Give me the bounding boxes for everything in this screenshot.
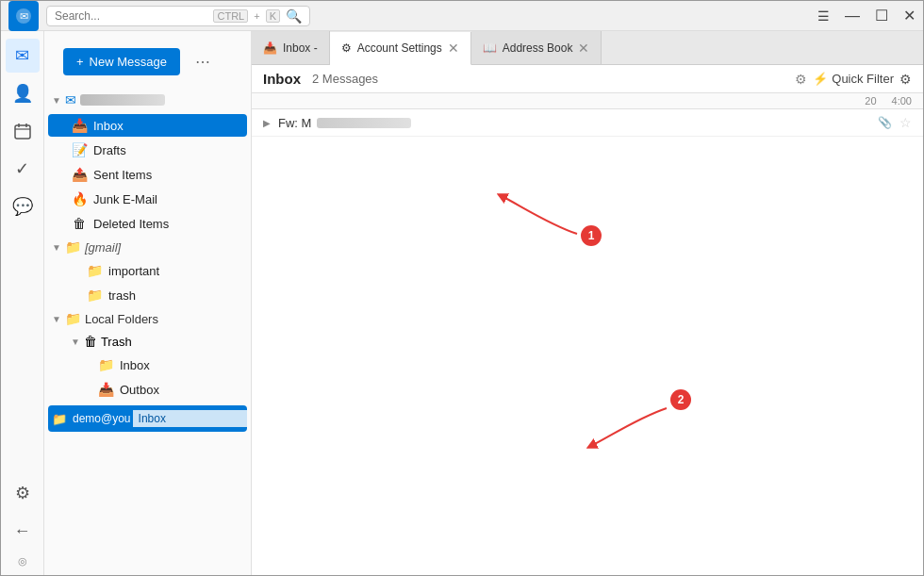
folder-item-inbox[interactable]: 📥 Inbox	[48, 114, 247, 137]
important-folder-icon: 📁	[86, 263, 103, 278]
sent-folder-icon: 📤	[71, 167, 88, 182]
tasks-nav-icon[interactable]: ✓	[6, 152, 40, 186]
tab-account-settings[interactable]: ⚙ Account Settings ✕	[330, 32, 471, 65]
local-collapse-arrow: ▼	[52, 314, 61, 324]
tab-bar: 📥 Inbox - ⚙ Account Settings ✕ 📖 Address…	[252, 31, 923, 65]
folder-item-local-outbox[interactable]: 📥 Outbox	[48, 378, 247, 401]
annotation-badge-2: 2	[670, 389, 691, 410]
message-content: Fw: M	[278, 116, 870, 130]
chat-nav-icon[interactable]: 💬	[6, 189, 40, 223]
quick-filter-label: Quick Filter	[832, 72, 894, 86]
window-controls: ☰ — ☐ ✕	[817, 7, 916, 25]
gmail-trash-folder-label: trash	[108, 288, 136, 303]
local-folders-row[interactable]: ▼ 📁 Local Folders	[44, 307, 251, 330]
folder-item-junk[interactable]: 🔥 Junk E-Mail	[48, 188, 247, 210]
search-magnifier-icon: 🔍	[286, 8, 302, 24]
local-trash-label: Trash	[101, 335, 132, 349]
local-trash-collapse-arrow: ▼	[71, 337, 80, 347]
folder-item-drafts[interactable]: 📝 Drafts	[48, 139, 247, 161]
inbox-header-title: Inbox	[263, 71, 301, 87]
column-header: 20 4:00	[252, 93, 923, 109]
minimize-button[interactable]: —	[845, 8, 860, 25]
folder-item-sent[interactable]: 📤 Sent Items	[48, 163, 247, 186]
column-settings-icon[interactable]: ⚙	[899, 72, 912, 87]
tab-account-settings-icon: ⚙	[341, 41, 352, 55]
tab-inbox-icon: 📥	[263, 41, 277, 55]
radio-indicator: ◎	[18, 555, 27, 568]
back-nav-icon[interactable]: ←	[6, 514, 40, 548]
annotation-badge-1: 1	[581, 225, 602, 246]
local-folders-icon: 📁	[65, 311, 81, 326]
local-outbox-label: Outbox	[120, 383, 159, 397]
annotation-arrow-2: 2	[582, 389, 695, 458]
local-inbox-label: Inbox	[120, 358, 150, 372]
folder-sidebar: + New Message ⋯ ▼ ✉ 📥 Inbox 📝 Drafts 📤 S…	[44, 31, 252, 575]
maximize-button[interactable]: ☐	[875, 7, 888, 25]
svg-rect-2	[15, 125, 30, 139]
table-row[interactable]: ▶ Fw: M 📎 ☆	[252, 109, 923, 137]
search-plus: +	[254, 10, 259, 22]
titlebar-left: ✉ CTRL + K 🔍	[8, 1, 310, 31]
icon-rail-bottom: ⚙ ← ◎	[6, 476, 40, 568]
quick-filter-button[interactable]: ⚡ Quick Filter	[813, 72, 894, 86]
titlebar: ✉ CTRL + K 🔍 ☰ — ☐ ✕	[1, 1, 923, 31]
message-sender-blur	[317, 118, 411, 128]
new-message-button[interactable]: + New Message	[63, 48, 180, 75]
calendar-nav-icon[interactable]	[6, 114, 40, 148]
tab-address-book-label: Address Book	[503, 41, 573, 55]
search-input[interactable]	[55, 9, 207, 23]
tab-inbox[interactable]: 📥 Inbox -	[252, 31, 330, 64]
account-email-icon: ✉	[65, 92, 76, 107]
app-body: ✉ 👤 ✓ 💬 ⚙ ← ◎ + New Message ⋯	[1, 31, 923, 575]
message-count-label: 2 Messages	[312, 72, 378, 86]
content-area: Inbox 2 Messages ⚙ ⚡ Quick Filter ⚙ 20 4…	[252, 65, 923, 575]
mail-nav-icon[interactable]: ✉	[6, 39, 40, 73]
drafts-folder-icon: 📝	[71, 142, 88, 157]
tab-account-settings-close[interactable]: ✕	[448, 41, 459, 56]
svg-text:✉: ✉	[20, 10, 28, 22]
time-col-header: 4:00	[892, 95, 912, 107]
settings-nav-icon[interactable]: ⚙	[6, 476, 40, 510]
deleted-folder-icon: 🗑	[71, 216, 88, 231]
new-message-row: + New Message ⋯	[44, 31, 251, 87]
more-options-button[interactable]: ⋯	[195, 53, 210, 71]
drag-row-account-label: demo@you	[71, 412, 133, 425]
tab-account-settings-label: Account Settings	[357, 41, 442, 55]
hamburger-icon[interactable]: ☰	[817, 8, 830, 24]
gmail-collapse-arrow: ▼	[52, 242, 61, 253]
star-icon[interactable]: ☆	[899, 115, 912, 130]
local-outbox-icon: 📥	[97, 382, 114, 397]
folder-item-local-inbox[interactable]: 📁 Inbox	[48, 354, 247, 376]
close-button[interactable]: ✕	[903, 7, 916, 25]
tab-address-book-icon: 📖	[483, 41, 497, 55]
gmail-group-label: [gmail]	[85, 240, 121, 255]
search-k-hint: K	[266, 9, 280, 23]
account-row[interactable]: ▼ ✉	[44, 87, 251, 113]
quick-filter-bars-icon: ⚡	[813, 72, 828, 86]
expand-arrow-icon[interactable]: ▶	[263, 118, 271, 128]
junk-folder-icon: 🔥	[71, 191, 88, 206]
date-col-header: 20	[865, 95, 876, 107]
right-panel: 📥 Inbox - ⚙ Account Settings ✕ 📖 Address…	[252, 31, 923, 575]
message-subject: Fw: M	[278, 116, 311, 130]
gmail-folder-icon: 📁	[65, 239, 81, 255]
inbox-folder-label: Inbox	[93, 119, 124, 133]
junk-folder-label: Junk E-Mail	[93, 192, 157, 206]
local-inbox-icon: 📁	[97, 357, 114, 372]
tab-address-book[interactable]: 📖 Address Book ✕	[471, 31, 602, 64]
local-folders-label: Local Folders	[85, 312, 158, 326]
drag-rename-row[interactable]: 📁 demo@you Inbox	[48, 405, 247, 432]
tab-address-book-close[interactable]: ✕	[578, 41, 589, 56]
icon-rail: ✉ 👤 ✓ 💬 ⚙ ← ◎	[1, 31, 44, 575]
drag-row-inbox-input[interactable]: Inbox	[133, 410, 247, 427]
local-trash-row[interactable]: ▼ 🗑 Trash	[44, 330, 251, 353]
plus-icon: +	[76, 55, 84, 69]
gmail-group-row[interactable]: ▼ 📁 [gmail]	[44, 236, 251, 258]
local-trash-icon: 🗑	[84, 334, 97, 349]
folder-item-important[interactable]: 📁 important	[48, 259, 247, 282]
sent-folder-label: Sent Items	[93, 168, 152, 182]
folder-item-deleted[interactable]: 🗑 Deleted Items	[48, 212, 247, 235]
filter-adjust-icon[interactable]: ⚙	[795, 72, 807, 87]
folder-item-gmail-trash[interactable]: 📁 trash	[48, 284, 247, 306]
contacts-nav-icon[interactable]: 👤	[6, 76, 40, 110]
